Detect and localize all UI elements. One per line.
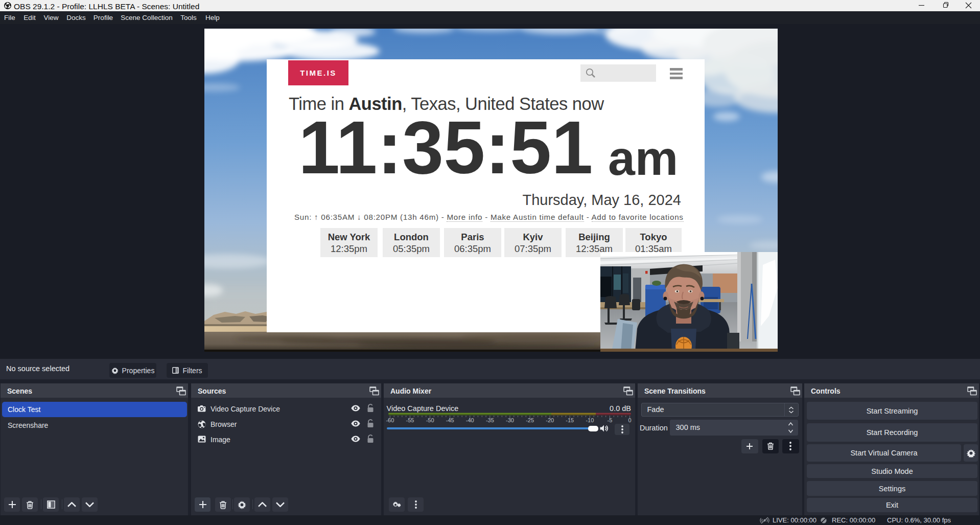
svg-text:-30: -30 [506, 417, 514, 423]
svg-text:-60: -60 [386, 417, 394, 423]
svg-text:-10: -10 [586, 417, 594, 423]
svg-text:-15: -15 [566, 417, 574, 423]
svg-text:-45: -45 [446, 417, 454, 423]
svg-text:-20: -20 [546, 417, 554, 423]
svg-text:-5: -5 [608, 417, 613, 423]
svg-text:-50: -50 [426, 417, 434, 423]
svg-text:-55: -55 [406, 417, 414, 423]
svg-text:-40: -40 [466, 417, 474, 423]
svg-text:-35: -35 [486, 417, 494, 423]
svg-text:0: 0 [628, 417, 632, 423]
svg-text:-25: -25 [526, 417, 534, 423]
